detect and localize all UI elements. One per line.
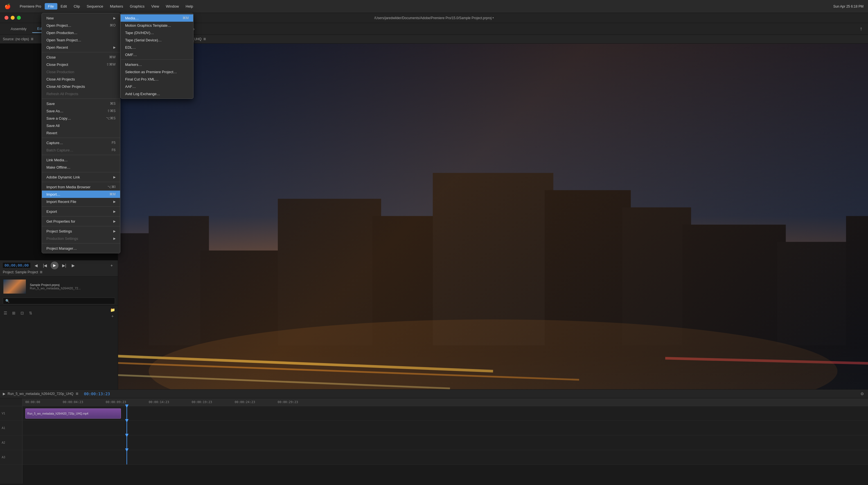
project-search-bar[interactable]: 🔍 — [3, 297, 115, 304]
a3-playhead — [127, 450, 127, 464]
publish-icon[interactable]: ↑ — [860, 26, 862, 32]
submenu-item-selection-premiere[interactable]: Selection as Premiere Project… — [121, 68, 193, 76]
submenu-item-final-cut-pro-xml[interactable]: Final Cut Pro XML… — [121, 76, 193, 83]
new-item-icon[interactable]: + — [110, 313, 116, 319]
source-step-fwd-icon[interactable]: ▶| — [61, 262, 67, 269]
project-type-label: Run_5_wo_metadata_h264420_72... — [30, 287, 81, 290]
grid-view-icon[interactable]: ⊞ — [11, 310, 17, 316]
menu-item-link-media[interactable]: Link Media… — [42, 156, 120, 164]
fullscreen-window-button[interactable] — [17, 16, 21, 20]
submenu-item-tape-serial[interactable]: Tape (Serial Device)… — [121, 36, 193, 44]
timeline-settings-icon[interactable]: ⚙ — [859, 391, 865, 397]
menu-item-open-recent[interactable]: Open Recent ▶ — [42, 44, 120, 51]
menu-capture-shortcut: F5 — [112, 141, 116, 145]
menu-item-save-as[interactable]: Save As… ⇧⌘S — [42, 107, 120, 115]
menu-item-project-manager[interactable]: Project Manager… — [42, 245, 120, 252]
submenu-item-media[interactable]: Media… ⌘M — [121, 15, 193, 22]
menu-item-close-project[interactable]: Close Project ⇧⌘W — [42, 61, 120, 68]
menubar-edit[interactable]: Edit — [57, 3, 70, 9]
menubar-premiere-pro[interactable]: Premiere Pro — [16, 3, 45, 9]
menu-item-adobe-dynamic-link[interactable]: Adobe Dynamic Link ▶ — [42, 173, 120, 181]
menu-import-label: Import… — [46, 192, 60, 197]
menubar-graphics[interactable]: Graphics — [127, 3, 148, 9]
tab-assembly[interactable]: Assembly — [6, 25, 31, 33]
ruler-mark-2: 00:00:09:23 — [106, 400, 126, 404]
menubar-clip[interactable]: Clip — [70, 3, 83, 9]
submenu-media-shortcut: ⌘M — [183, 16, 189, 20]
menu-item-import[interactable]: Import… ⌘M — [42, 191, 120, 198]
menubar-file[interactable]: File — [45, 3, 57, 9]
timeline-a1-track[interactable] — [23, 421, 868, 435]
submenu-final-cut-pro-xml-label: Final Cut Pro XML… — [125, 77, 159, 81]
menu-item-save-all[interactable]: Save All — [42, 122, 120, 129]
timeline-v1-track[interactable]: Run_5_wo_metadata_h264420_720p_UHQ.mp4 — [23, 406, 868, 421]
timeline-panel-play-icon[interactable]: ▶ — [3, 392, 5, 396]
menu-item-import-from-media-browser[interactable]: Import from Media Browser ⌥⌘I — [42, 183, 120, 191]
menubar-window[interactable]: Window — [162, 3, 182, 9]
menu-item-open-project[interactable]: Open Project… ⌘O — [42, 22, 120, 29]
submenu-item-omf[interactable]: OMF… — [121, 51, 193, 58]
project-toolbar: ☰ ⊞ ⊡ ⇅ 📁 + — [0, 306, 118, 320]
menu-save-shortcut: ⌘S — [110, 102, 116, 106]
menu-item-refresh-all: Refresh All Projects — [42, 90, 120, 97]
source-panel-menu-icon[interactable]: ≡ — [31, 36, 33, 42]
menu-item-get-properties[interactable]: Get Properties for ▶ — [42, 218, 120, 225]
source-in-point-icon[interactable]: ◀ — [33, 262, 39, 269]
timeline-a2-track[interactable] — [23, 435, 868, 450]
menu-item-open-production[interactable]: Open Production… — [42, 29, 120, 36]
submenu-item-avid-log[interactable]: Avid Log Exchange… — [121, 90, 193, 97]
source-out-point-icon[interactable]: ▶ — [70, 262, 76, 269]
menu-item-new[interactable]: New ▶ — [42, 15, 120, 22]
menu-item-revert[interactable]: Revert — [42, 129, 120, 137]
center-right-area: Program: Run_5_wo_metadata_h264420_720p_… — [118, 35, 868, 485]
close-window-button[interactable] — [4, 16, 8, 20]
list-view-icon[interactable]: ☰ — [2, 310, 8, 316]
menu-item-project-settings[interactable]: Project Settings ▶ — [42, 227, 120, 235]
submenu-item-edl[interactable]: EDL… — [121, 44, 193, 51]
menubar-view[interactable]: View — [148, 3, 162, 9]
menu-close-production-label: Close Production — [46, 70, 74, 74]
video-clip-item[interactable]: Run_5_wo_metadata_h264420_720p_UHQ.mp4 — [25, 408, 121, 419]
project-thumbnail — [3, 280, 26, 293]
timeline-timecode[interactable]: 00:00:13:23 — [84, 392, 110, 396]
source-transport-bar: 00;00;00;00 ◀ |◀ ▶ ▶| ▶ + — [0, 260, 118, 270]
menu-item-close[interactable]: Close ⌘W — [42, 54, 120, 61]
submenu-item-markers[interactable]: Markers… — [121, 61, 193, 68]
playhead[interactable] — [127, 406, 127, 421]
freeform-view-icon[interactable]: ⊡ — [19, 310, 25, 316]
menu-item-close-all-other[interactable]: Close All Other Projects — [42, 83, 120, 90]
menu-item-save-copy[interactable]: Save a Copy… ⌥⌘S — [42, 115, 120, 122]
submenu-item-aaf[interactable]: AAF… — [121, 83, 193, 90]
menubar-help[interactable]: Help — [182, 3, 196, 9]
menu-export-arrow: ▶ — [113, 210, 116, 213]
submenu-item-motion-graphics[interactable]: Motion Graphics Template… — [121, 22, 193, 29]
submenu-item-tape-dvhdv[interactable]: Tape (DV/HDV)… — [121, 29, 193, 36]
menubar-sequence[interactable]: Sequence — [83, 3, 106, 9]
program-panel-menu-icon[interactable]: ≡ — [203, 36, 206, 42]
new-bin-icon[interactable]: 📁 — [110, 307, 116, 313]
source-play-button[interactable]: ▶ — [51, 261, 59, 269]
menu-item-export[interactable]: Export ▶ — [42, 208, 120, 215]
menu-item-close-all-projects[interactable]: Close All Projects — [42, 76, 120, 83]
menu-item-save[interactable]: Save ⌘S — [42, 100, 120, 107]
source-step-back-icon[interactable]: |◀ — [42, 262, 49, 269]
menu-item-import-recent-file[interactable]: Import Recent File ▶ — [42, 198, 120, 205]
menu-item-make-offline[interactable]: Make Offline… — [42, 164, 120, 171]
clip-label: Run_5_wo_metadata_h264420_720p_UHQ.mp4 — [27, 412, 88, 415]
ruler-mark-0: 00:00:00 — [25, 400, 40, 404]
source-timecode[interactable]: 00;00;00;00 — [3, 263, 30, 268]
menu-item-open-team[interactable]: Open Team Project… — [42, 36, 120, 44]
apple-menu[interactable]: 🍎 — [4, 3, 11, 9]
submenu-edl-label: EDL… — [125, 45, 136, 50]
menu-import-recent-file-label: Import Recent File — [46, 200, 76, 204]
menu-item-capture[interactable]: Capture… F5 — [42, 139, 120, 146]
menubar-markers[interactable]: Markers — [106, 3, 127, 9]
ruler-mark-3: 00:00:14:23 — [149, 400, 169, 404]
source-add-icon[interactable]: + — [108, 262, 115, 269]
minimize-window-button[interactable] — [11, 16, 14, 20]
sort-icon[interactable]: ⇅ — [28, 310, 34, 316]
timeline-a3-track[interactable] — [23, 450, 868, 465]
timeline-header: ▶ Run_5_wo_metadata_h264420_720p_UHQ ≡ 0… — [0, 390, 868, 398]
menu-sep-5 — [42, 172, 120, 172]
timeline-menu-icon[interactable]: ≡ — [75, 391, 78, 396]
